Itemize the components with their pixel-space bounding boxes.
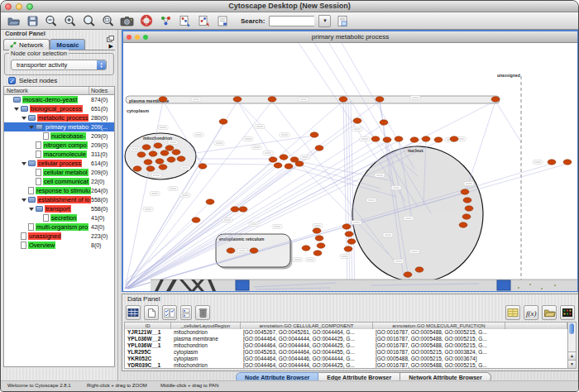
tree-row[interactable]: Overview8(0): [4, 241, 114, 250]
network-node[interactable]: [142, 145, 151, 150]
attribute-list-button[interactable]: [180, 305, 192, 320]
network-node[interactable]: [172, 150, 180, 155]
table-row[interactable]: YJR121W__1mitochondrion[GO:0045267, GO:0…: [125, 329, 567, 336]
zoom-selected-icon[interactable]: [101, 14, 116, 27]
table-cell[interactable]: [GO:0005488, GO:0005215, GO:0003674]: [373, 356, 505, 362]
network-node[interactable]: [250, 248, 258, 253]
zoom-fit-icon[interactable]: [82, 14, 97, 27]
disclosure-triangle-icon[interactable]: [29, 126, 34, 129]
network-node[interactable]: [548, 160, 556, 165]
network-node[interactable]: [231, 207, 239, 212]
select-nodes-checkbox[interactable]: ✓: [8, 77, 16, 84]
network-node[interactable]: [156, 159, 164, 164]
table-cell[interactable]: [GO:0044464, GO:0044444, GO:0044425, G..…: [241, 342, 373, 349]
network-node[interactable]: [465, 206, 473, 211]
save-session-icon[interactable]: [25, 14, 40, 27]
table-scrollbar[interactable]: ▲ ▼: [568, 322, 577, 369]
network-node[interactable]: [353, 118, 361, 123]
select-attributes-button[interactable]: [126, 305, 141, 320]
network-node[interactable]: [450, 136, 458, 141]
tree-row[interactable]: metabolic process280(0): [4, 113, 114, 122]
network-node[interactable]: [274, 163, 282, 168]
scroll-down-button[interactable]: ▼: [568, 360, 576, 368]
network-node[interactable]: [463, 198, 471, 203]
network-node[interactable]: [285, 164, 293, 169]
search-input[interactable]: [269, 16, 314, 26]
network-node[interactable]: [491, 97, 500, 102]
network-node[interactable]: [149, 151, 157, 156]
network-edge[interactable]: [129, 164, 552, 289]
scrollbar-thumb[interactable]: [569, 323, 574, 334]
table-cell[interactable]: YJR121W__1: [125, 329, 171, 336]
snapshot-icon[interactable]: [120, 14, 135, 27]
network-node[interactable]: [310, 132, 318, 137]
import-network-icon[interactable]: [177, 14, 192, 27]
network-node[interactable]: [395, 136, 403, 141]
tree-row[interactable]: biological_process651(0): [4, 104, 114, 113]
attribute-matrix-button[interactable]: [560, 305, 575, 320]
network-node[interactable]: [239, 207, 247, 212]
table-column-header[interactable]: _cellularLayoutRegion: [171, 323, 241, 329]
network-edge[interactable]: [342, 43, 414, 169]
network-node[interactable]: [317, 243, 325, 248]
table-column-header[interactable]: annotation.GO CELLULAR_COMPONENT: [241, 323, 373, 329]
network-node[interactable]: [295, 161, 304, 166]
network-node[interactable]: [302, 246, 310, 251]
network-node[interactable]: [233, 97, 242, 102]
table-cell[interactable]: YDR039C__1: [125, 362, 171, 369]
network-node[interactable]: [342, 224, 351, 229]
zoom-in-icon[interactable]: [63, 14, 78, 27]
network-node[interactable]: [380, 120, 388, 125]
export-network-icon[interactable]: [196, 14, 211, 27]
tree-row[interactable]: transport558(0): [4, 204, 114, 213]
network-edge[interactable]: [495, 101, 521, 142]
tree-row[interactable]: response to stimulu264(0): [4, 186, 114, 195]
tree-row[interactable]: cellular process614(0): [4, 159, 114, 168]
network-node[interactable]: [563, 160, 572, 165]
network-node[interactable]: [159, 165, 167, 170]
table-row[interactable]: YDR039C__1mitochondrion[GO:0044464, GO:0…: [125, 362, 567, 369]
network-node[interactable]: [144, 160, 152, 165]
table-cell[interactable]: [GO:0045267, GO:0045261, GO:0044464, G..…: [241, 329, 373, 336]
disclosure-triangle-icon[interactable]: [22, 117, 26, 120]
disclosure-triangle-icon[interactable]: [29, 208, 34, 211]
import-annotation-icon[interactable]: [335, 14, 350, 27]
network-node[interactable]: [192, 218, 200, 222]
network-node[interactable]: [462, 214, 471, 219]
network-node[interactable]: [459, 222, 467, 227]
disclosure-triangle-icon[interactable]: [14, 108, 19, 111]
network-node[interactable]: [199, 164, 207, 169]
scroll-up-button[interactable]: ▲: [568, 351, 576, 360]
tree-row[interactable]: cell communicat22(0): [4, 177, 114, 186]
network-edge[interactable]: [466, 101, 495, 192]
network-node[interactable]: [269, 157, 277, 162]
network-node[interactable]: [315, 236, 323, 241]
network-node[interactable]: [159, 97, 167, 102]
network-edge[interactable]: [196, 136, 313, 153]
disclosure-triangle-icon[interactable]: [22, 198, 26, 202]
network-node[interactable]: [434, 137, 443, 142]
tree-row[interactable]: multi-organism pro42(0): [4, 222, 114, 232]
network-node[interactable]: [415, 267, 423, 272]
table-cell[interactable]: [GO:0016787, GO:0005215, GO:0003824, G..…: [373, 349, 505, 356]
network-node[interactable]: [146, 166, 155, 171]
tree-row[interactable]: cellular metabol209(0): [4, 168, 114, 177]
tree-col-network[interactable]: Network: [4, 87, 89, 94]
tree-row[interactable]: macromolecule311(0): [4, 150, 114, 159]
table-row[interactable]: YPL036W__1mitochondrion[GO:0044464, GO:0…: [125, 342, 567, 349]
tab-mosaic[interactable]: Mosaic: [50, 39, 85, 50]
tree-row[interactable]: unassigned223(0): [4, 232, 114, 241]
search-dropdown-button[interactable]: ▼: [318, 15, 331, 27]
table-column-header[interactable]: annotation.GO MOLECULAR_FUNCTION: [373, 323, 505, 329]
network-node[interactable]: [422, 136, 430, 141]
table-cell[interactable]: [GO:0044464, GO:0044444, GO:0044425, G..…: [241, 362, 373, 369]
more-tabs-arrow-icon[interactable]: ▶: [109, 43, 115, 50]
network-node[interactable]: [383, 137, 391, 142]
table-cell[interactable]: [GO:0044464, GO:0044446, GO:0044444, G..…: [241, 356, 373, 362]
network-node[interactable]: [410, 137, 419, 142]
network-edge[interactable]: [348, 101, 352, 288]
help-ring-icon[interactable]: [139, 14, 154, 27]
table-cell[interactable]: [GO:0016787, GO:0005488, GO:0005215, G..…: [373, 362, 505, 369]
network-node[interactable]: [165, 146, 174, 151]
table-cell[interactable]: mitochondrion: [171, 342, 241, 349]
